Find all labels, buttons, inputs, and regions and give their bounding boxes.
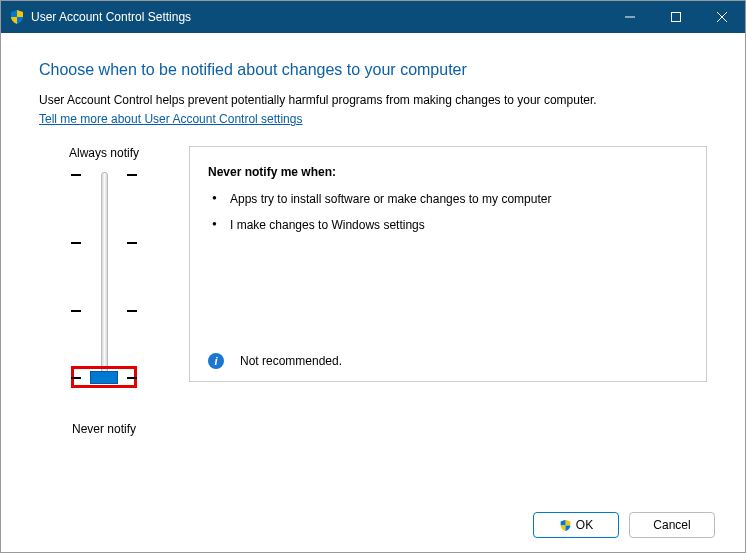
slider-thumb-row: [71, 371, 137, 384]
ok-button[interactable]: OK: [533, 512, 619, 538]
minimize-button[interactable]: [607, 1, 653, 33]
learn-more-link[interactable]: Tell me more about User Account Control …: [39, 112, 302, 126]
cancel-button[interactable]: Cancel: [629, 512, 715, 538]
maximize-button[interactable]: [653, 1, 699, 33]
slider-track[interactable]: [101, 172, 108, 382]
close-button[interactable]: [699, 1, 745, 33]
slider-tick: [71, 242, 137, 244]
panel-list-item: Apps try to install software or make cha…: [208, 191, 688, 207]
content-area: Choose when to be notified about changes…: [1, 33, 745, 436]
slider-column: Always notify Never notify: [39, 146, 169, 436]
recommendation-text: Not recommended.: [240, 354, 342, 368]
titlebar: User Account Control Settings: [1, 1, 745, 33]
shield-icon: [9, 9, 25, 25]
slider-thumb[interactable]: [90, 371, 118, 384]
window-controls: [607, 1, 745, 33]
shield-icon: [559, 519, 572, 532]
cancel-button-label: Cancel: [653, 518, 690, 532]
slider-tick: [71, 310, 137, 312]
slider-tick: [71, 174, 137, 176]
info-icon: i: [208, 353, 224, 369]
ok-button-label: OK: [576, 518, 593, 532]
slider-label-never: Never notify: [39, 422, 169, 436]
page-subtext: User Account Control helps prevent poten…: [39, 93, 707, 107]
window-title: User Account Control Settings: [31, 10, 607, 24]
panel-title: Never notify me when:: [208, 165, 688, 179]
panel-list: Apps try to install software or make cha…: [208, 191, 688, 243]
slider-track-wrapper: [39, 172, 169, 402]
main-row: Always notify Never notify Never notify …: [39, 146, 707, 436]
panel-list-item: I make changes to Windows settings: [208, 217, 688, 233]
slider-label-always: Always notify: [39, 146, 169, 160]
dialog-footer: OK Cancel: [533, 512, 715, 538]
recommendation-row: i Not recommended.: [208, 353, 688, 369]
page-heading: Choose when to be notified about changes…: [39, 61, 707, 79]
description-panel: Never notify me when: Apps try to instal…: [189, 146, 707, 382]
slider-tick: [71, 377, 81, 379]
slider-tick: [127, 377, 137, 379]
svg-rect-0: [672, 13, 681, 22]
